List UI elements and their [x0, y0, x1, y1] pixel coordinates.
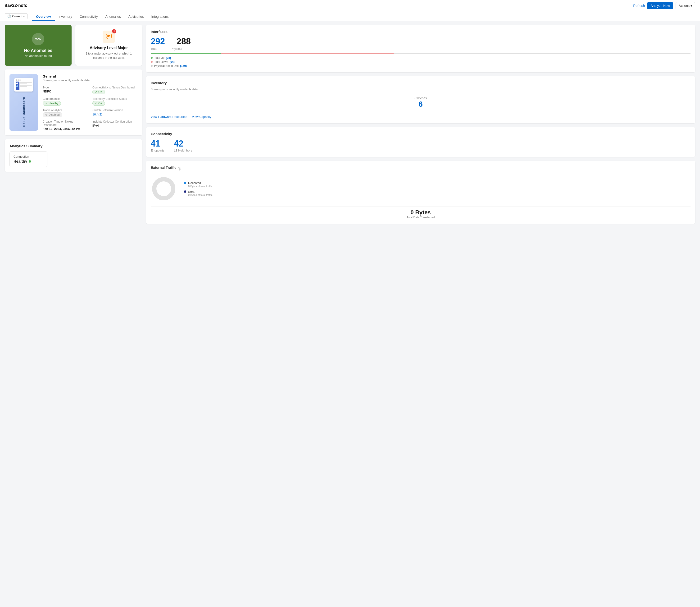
analytics-summary-card: Analytics Summary Congestion Healthy — [5, 139, 142, 172]
browser-bar — [16, 79, 32, 81]
legend-count-down: (94) — [170, 60, 174, 64]
bar-up — [151, 53, 221, 54]
field-connectivity: Connectivity to Nexus Dashboard ✓ OK — [92, 86, 137, 95]
circle-icon: ⊘ — [45, 113, 48, 117]
insights-label: Insights Collector Configuration — [92, 120, 137, 123]
actions-button[interactable]: Actions ▾ — [676, 2, 695, 9]
nexus-dashboard-label: Nexus Dashboard — [22, 97, 26, 127]
clock-icon: 🕐 — [7, 15, 11, 18]
physical-num: 288 — [171, 37, 196, 46]
creation-label: Creation Time on Nexus Dashboard — [43, 120, 88, 127]
chevron-down-icon: ▾ — [691, 4, 692, 7]
field-insights: Insights Collector Configuration IPv4 — [92, 120, 137, 131]
external-traffic-card: External Traffic ⓘ Received 0 Bytes of — [146, 161, 695, 224]
ext-traffic-body: Received 0 Bytes of total traffic Sent 0… — [151, 173, 691, 204]
tab-overview[interactable]: Overview — [32, 13, 54, 21]
top-cards-row: No Anomalies No anomalies found 1 — [5, 25, 142, 66]
field-type: Type NDFC — [43, 86, 88, 95]
browser-mock — [14, 78, 33, 91]
interfaces-numbers: 292 Total 288 Physical — [151, 37, 691, 50]
endpoints-label: Endpoints — [151, 149, 165, 152]
connectivity-card: Connectivity 41 Endpoints 42 L3 Neighbor… — [146, 127, 695, 157]
traffic-badge: ⊘ Disabled — [43, 112, 62, 117]
total-interfaces: 292 Total — [151, 37, 171, 50]
healthy-dot — [29, 160, 31, 163]
advisory-title: Advisory Level Major — [90, 46, 128, 50]
received-label: Received — [188, 181, 213, 185]
header: ifav22-ndfc Refresh Analyze Now Actions … — [0, 0, 700, 12]
legend-text-sent: Sent 0 Bytes of total traffic — [188, 190, 213, 196]
nav-tabs: Overview Inventory Connectivity Anomalie… — [32, 13, 172, 21]
traffic-legend: Received 0 Bytes of total traffic Sent 0… — [184, 181, 213, 196]
sidebar-dot-accent — [16, 85, 18, 87]
anomalies-subtitle: No anomalies found — [24, 54, 52, 58]
conformance-badge: ✓ Healthy — [43, 101, 61, 106]
sent-label: Sent — [188, 190, 213, 193]
field-creation: Creation Time on Nexus Dashboard Feb 13,… — [43, 120, 88, 131]
endpoints-item: 41 Endpoints — [151, 139, 165, 152]
anomalies-title: No Anomalies — [24, 48, 52, 53]
inventory-links: View Hardware Resources View Capacity — [151, 112, 691, 119]
legend-label-down: Total Down — [154, 60, 168, 64]
bar-down — [221, 53, 394, 54]
interfaces-card: Interfaces 292 Total 288 Physical Total … — [146, 25, 695, 72]
legend-count-notinuse: (160) — [180, 64, 187, 68]
advisory-badge: 1 — [112, 29, 116, 34]
browser-dot — [19, 79, 21, 81]
donut-svg — [151, 176, 177, 202]
inventory-title: Inventory — [151, 81, 691, 85]
info-icon: ⓘ — [178, 167, 181, 171]
tab-inventory[interactable]: Inventory — [55, 13, 76, 21]
tab-anomalies[interactable]: Anomalies — [102, 13, 125, 21]
analyze-now-button[interactable]: Analyze Now — [647, 2, 673, 9]
view-hardware-link[interactable]: View Hardware Resources — [151, 115, 187, 119]
app-title: ifav22-ndfc — [5, 3, 27, 8]
refresh-button[interactable]: Refresh — [633, 4, 645, 7]
chevron-down-icon: ▾ — [23, 15, 25, 18]
nd-line — [20, 85, 32, 86]
l3-label: L3 Neighbors — [174, 149, 192, 152]
total-label: Total — [151, 47, 171, 50]
dot-received — [184, 182, 186, 184]
advisory-icon-wrap: 1 — [103, 30, 115, 43]
tab-connectivity[interactable]: Connectivity — [76, 13, 102, 21]
general-content: General Showing most recently available … — [38, 74, 137, 131]
ext-traffic-title: External Traffic — [151, 166, 176, 169]
tab-advisories[interactable]: Advisories — [125, 13, 148, 21]
nd-line-short — [20, 83, 27, 84]
header-actions: Refresh Analyze Now Actions ▾ — [633, 2, 695, 9]
telemetry-label: Telemetry Collection Status — [92, 97, 137, 101]
legend-received: Received 0 Bytes of total traffic — [184, 181, 213, 188]
view-capacity-link[interactable]: View Capacity — [192, 115, 211, 119]
physical-interfaces: 288 Physical — [171, 37, 196, 50]
interfaces-legend: Total Up (38) Total Down (94) Physical N… — [151, 56, 691, 68]
legend-item-down: Total Down (94) — [151, 60, 691, 64]
left-column: No Anomalies No anomalies found 1 — [5, 25, 142, 224]
software-link[interactable]: 10.4(2) — [92, 112, 102, 116]
interfaces-bar — [151, 53, 691, 54]
dot-down — [151, 61, 153, 63]
analytics-summary-title: Analytics Summary — [9, 144, 137, 148]
field-conformance: Conformance ✓ Healthy — [43, 97, 88, 106]
switches-label: Switches — [151, 96, 691, 100]
tab-integrations[interactable]: Integrations — [147, 13, 172, 21]
endpoints-num: 41 — [151, 139, 165, 149]
time-selector[interactable]: 🕐 Current ▾ — [5, 13, 27, 19]
software-label: Switch Software Version — [92, 109, 137, 112]
physical-label: Physical — [171, 47, 196, 50]
legend-sent: Sent 0 Bytes of total traffic — [184, 190, 213, 196]
field-telemetry: Telemetry Collection Status ✓ OK — [92, 97, 137, 106]
ext-traffic-header: External Traffic ⓘ — [151, 166, 691, 172]
nexus-illustration: Nexus Dashboard — [14, 78, 33, 127]
inventory-subtitle: Showing most recently available data — [151, 88, 691, 91]
total-bytes: 0 Bytes — [151, 209, 691, 216]
waveform-icon — [35, 36, 42, 42]
general-title: General — [43, 74, 137, 78]
right-column: Interfaces 292 Total 288 Physical Total … — [146, 25, 695, 224]
donut-chart — [151, 176, 177, 202]
nd-line — [20, 82, 32, 83]
connectivity-badge: ✓ OK — [92, 90, 105, 95]
main-content: No Anomalies No anomalies found 1 — [0, 21, 700, 228]
type-label: Type — [43, 86, 88, 89]
congestion-box: Congestion Healthy — [9, 151, 47, 167]
